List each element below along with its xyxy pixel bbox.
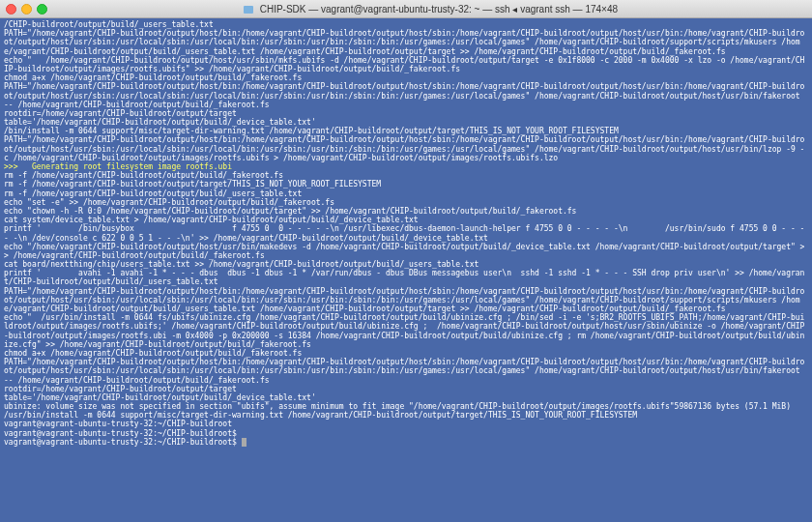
minimize-icon[interactable] xyxy=(21,4,32,14)
folder-icon xyxy=(244,6,253,14)
close-icon[interactable] xyxy=(6,4,16,14)
titlebar: CHIP-SDK — vagrant@vagrant-ubuntu-trusty… xyxy=(0,0,812,18)
terminal-window: CHIP-SDK — vagrant@vagrant-ubuntu-trusty… xyxy=(0,0,812,522)
window-title: CHIP-SDK — vagrant@vagrant-ubuntu-trusty… xyxy=(55,4,806,14)
traffic-lights xyxy=(6,4,47,14)
cursor xyxy=(242,438,246,447)
zoom-icon[interactable] xyxy=(37,4,47,14)
terminal-content[interactable]: /CHIP-buildroot/output/build/_users_tabl… xyxy=(0,18,812,522)
title-text: CHIP-SDK — vagrant@vagrant-ubuntu-trusty… xyxy=(260,4,618,14)
